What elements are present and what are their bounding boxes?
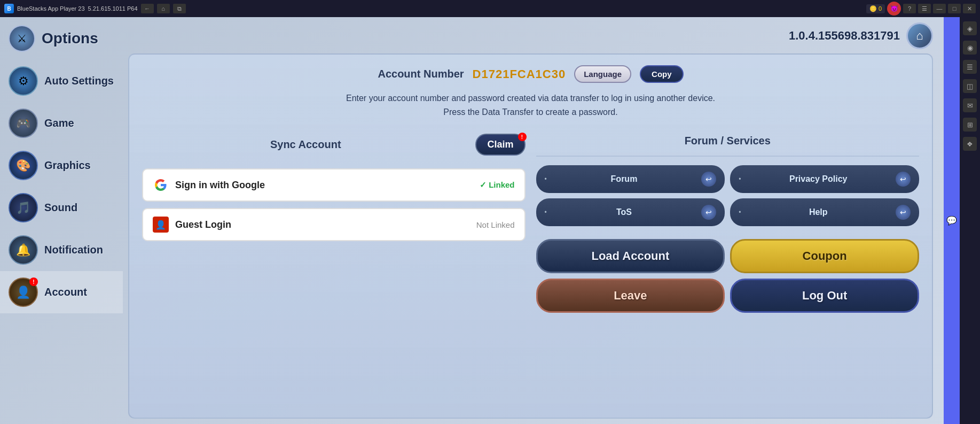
bs-right-sidebar: ◈ ◉ ☰ ◫ ✉ ⊞ ❖ (960, 17, 980, 424)
bs-icon-3[interactable]: ☰ (963, 60, 977, 74)
forum-services-header: Forum / Services (536, 129, 920, 157)
sidebar-logo: ⚔ (9, 25, 35, 52)
nav-back-button[interactable]: ← (141, 4, 154, 13)
leave-button[interactable]: Leave (536, 279, 725, 313)
google-linked-status: ✓ Linked (480, 180, 515, 190)
forum-button[interactable]: • Forum ↩ (536, 165, 725, 193)
account-nav-icon: 👤 ! (9, 277, 38, 307)
google-login-label: Sign in with Google (175, 180, 473, 191)
load-account-button[interactable]: Load Account (536, 239, 725, 273)
right-column: Forum / Services • Forum ↩ • Privacy Pol… (536, 129, 920, 313)
version-bar: 1.0.4.155698.831791 ⌂ (128, 22, 933, 49)
services-grid: • Forum ↩ • Privacy Policy ↩ • ToS (536, 165, 920, 226)
content-panel: Account Number D1721FCA1C30 Language Cop… (128, 53, 933, 419)
sidebar-item-game[interactable]: 🎮 Game (0, 102, 123, 144)
home-button[interactable]: ⌂ (906, 22, 933, 49)
app-version: 5.21.615.1011 P64 (88, 5, 138, 12)
account-number-label: Account Number (378, 68, 464, 80)
guest-login-label: Guest Login (175, 219, 470, 230)
version-number: 1.0.4.155698.831791 (789, 29, 900, 43)
graphics-icon: 🎨 (9, 151, 38, 180)
tos-button[interactable]: • ToS ↩ (536, 198, 725, 226)
app-area: ⚔ Options ⚙ Auto Settings 🎮 Game 🎨 Graph… (0, 17, 980, 424)
minimize-button[interactable]: — (933, 4, 946, 13)
auto-settings-label: Auto Settings (44, 75, 114, 87)
discord-panel[interactable]: 💬 (944, 17, 960, 424)
help-button[interactable]: ? (903, 4, 916, 13)
sidebar-item-sound[interactable]: 🎵 Sound (0, 187, 123, 229)
guest-not-linked-status: Not Linked (476, 220, 515, 229)
copy-button[interactable]: Copy (640, 65, 684, 83)
bs-icon-5[interactable]: ✉ (963, 98, 977, 112)
close-button[interactable]: ✕ (963, 4, 976, 13)
sidebar-item-account[interactable]: 👤 ! Account (0, 271, 123, 313)
graphics-label: Graphics (44, 159, 91, 172)
guest-login-button[interactable]: 👤 Guest Login Not Linked (142, 208, 526, 241)
notification-label: Notification (44, 244, 103, 256)
bs-icon-2[interactable]: ◉ (963, 41, 977, 55)
help-arrow-icon: ↩ (896, 205, 911, 220)
app-icon: B (4, 4, 14, 13)
claim-button[interactable]: Claim ! (475, 134, 525, 156)
bs-icon-4[interactable]: ◫ (963, 79, 977, 93)
sound-label: Sound (44, 202, 77, 214)
bs-icon-1[interactable]: ◈ (963, 21, 977, 35)
sync-tab-area: Sync Account Claim ! (142, 129, 526, 160)
title-bar-left: B BlueStacks App Player 23 5.21.615.1011… (4, 4, 862, 13)
action-buttons: Load Account Coupon Leave Log Out (536, 239, 920, 313)
privacy-policy-button[interactable]: • Privacy Policy ↩ (730, 165, 919, 193)
forum-button-label: Forum (611, 174, 638, 184)
guest-icon: 👤 (153, 217, 169, 233)
sidebar-item-graphics[interactable]: 🎨 Graphics (0, 144, 123, 187)
two-columns: Sync Account Claim ! (142, 129, 919, 313)
claim-button-label: Claim (487, 139, 513, 150)
notification-icon: 🔔 (9, 235, 38, 265)
google-icon (153, 177, 169, 193)
forum-arrow-icon: ↩ (701, 172, 716, 187)
auto-settings-icon: ⚙ (9, 66, 38, 96)
discord-icon: 💬 (947, 215, 957, 226)
description-text: Enter your account number and password c… (142, 91, 919, 119)
language-button[interactable]: Language (574, 65, 631, 83)
google-login-button[interactable]: Sign in with Google ✓ Linked (142, 168, 526, 202)
game-label: Game (44, 117, 74, 129)
description-line1: Enter your account number and password c… (142, 91, 919, 105)
sidebar-title: Options (42, 30, 98, 47)
bs-icon-6[interactable]: ⊞ (963, 118, 977, 132)
help-button-label: Help (809, 207, 828, 217)
log-out-button[interactable]: Log Out (730, 279, 919, 313)
menu-button[interactable]: ☰ (918, 4, 931, 13)
privacy-policy-label: Privacy Policy (789, 174, 848, 184)
coin-count: 0 (879, 5, 882, 12)
account-number-row: Account Number D1721FCA1C30 Language Cop… (142, 65, 919, 83)
title-bar: B BlueStacks App Player 23 5.21.615.1011… (0, 0, 980, 17)
account-badge: ! (29, 277, 38, 286)
app-name: BlueStacks App Player 23 (17, 5, 85, 12)
nav-tab-button[interactable]: ⧉ (173, 4, 186, 13)
sidebar-nav: ⚙ Auto Settings 🎮 Game 🎨 Graphics 🎵 Soun… (0, 60, 123, 424)
sidebar-item-auto-settings[interactable]: ⚙ Auto Settings (0, 60, 123, 102)
left-column: Sync Account Claim ! (142, 129, 526, 313)
title-bar-right: 🪙 0 😈 ? ☰ — □ ✕ (866, 2, 976, 16)
tos-button-label: ToS (616, 207, 632, 217)
sidebar-item-notification[interactable]: 🔔 Notification (0, 229, 123, 271)
game-icon: 🎮 (9, 109, 38, 138)
coupon-button[interactable]: Coupon (730, 239, 919, 273)
tos-arrow-icon: ↩ (701, 205, 716, 220)
maximize-button[interactable]: □ (948, 4, 961, 13)
coin-icon: 🪙 (869, 5, 877, 12)
claim-badge: ! (518, 133, 527, 141)
account-label: Account (44, 286, 87, 298)
bs-icon-7[interactable]: ❖ (963, 137, 977, 151)
sound-icon: 🎵 (9, 193, 38, 222)
coin-display: 🪙 0 (866, 4, 885, 13)
sidebar: ⚔ Options ⚙ Auto Settings 🎮 Game 🎨 Graph… (0, 17, 123, 424)
help-service-button[interactable]: • Help ↩ (730, 198, 919, 226)
account-number-value: D1721FCA1C30 (473, 67, 566, 81)
description-line2: Press the Data Transfer to create a pass… (142, 105, 919, 119)
main-content: 1.0.4.155698.831791 ⌂ Account Number D17… (123, 17, 944, 424)
sidebar-header: ⚔ Options (0, 17, 123, 60)
sync-account-label: Sync Account (142, 138, 469, 151)
nav-home-button[interactable]: ⌂ (157, 4, 170, 13)
privacy-arrow-icon: ↩ (896, 172, 911, 187)
